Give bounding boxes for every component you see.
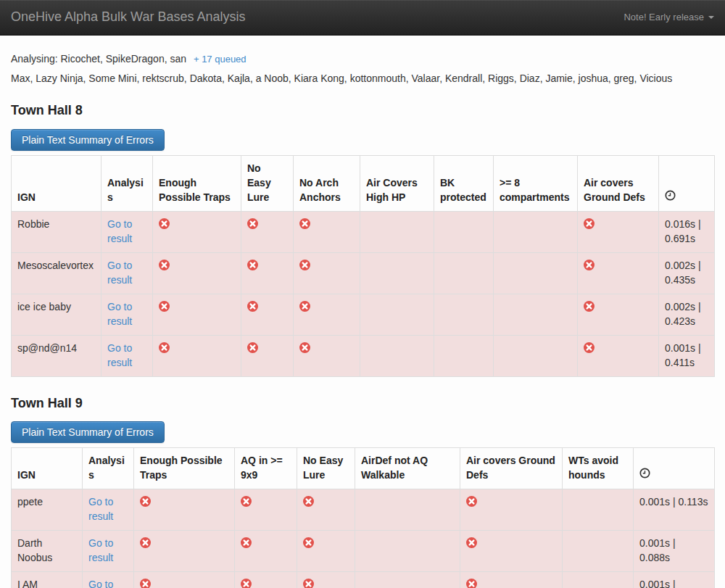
check-cell-2 <box>297 572 355 588</box>
go-to-result-link[interactable]: Go to result <box>107 342 132 368</box>
check-cell-5 <box>563 572 634 588</box>
clock-icon <box>665 190 676 201</box>
column-header-ign: IGN <box>12 155 102 211</box>
check-cell-5 <box>494 294 578 335</box>
error-icon <box>241 579 252 588</box>
check-cell-1 <box>235 572 297 588</box>
check-cell-6 <box>578 335 659 376</box>
go-to-result-link[interactable]: Go to result <box>88 537 113 563</box>
check-cell-4 <box>460 489 563 531</box>
check-cell-4 <box>460 572 563 588</box>
check-cell-3 <box>355 489 460 531</box>
error-icon <box>303 537 314 548</box>
analysis-cell: Go to result <box>102 252 153 294</box>
table-row: ppeteGo to result0.001s | 0.113s <box>12 489 715 531</box>
header-row: IGNAnalysisEnough Possible TrapsAQ in >=… <box>12 448 715 489</box>
time-cell: 0.002s | 0.435s <box>659 252 715 294</box>
error-icon <box>584 260 594 270</box>
check-cell-6 <box>578 294 659 335</box>
error-icon <box>140 537 151 548</box>
check-cell-5 <box>563 489 634 531</box>
check-cell-4 <box>434 252 494 294</box>
check-cell-2 <box>294 211 360 252</box>
check-cell-1 <box>241 294 294 335</box>
column-header-check-6: Air covers Ground Defs <box>578 155 659 211</box>
check-cell-0 <box>134 531 235 572</box>
table-row: RobbieGo to result0.016s | 0.691s <box>12 211 715 252</box>
error-icon <box>241 496 252 507</box>
error-icon <box>247 342 258 353</box>
error-icon <box>584 342 594 353</box>
caret-down-icon <box>708 16 714 19</box>
check-cell-0 <box>134 572 235 588</box>
ign-cell: sp@nd@n14 <box>12 335 102 376</box>
plain-text-summary-button-th9[interactable]: Plain Text Summary of Errors <box>11 421 165 443</box>
column-header-check-2: No Easy Lure <box>297 448 355 489</box>
check-cell-3 <box>360 252 434 294</box>
ign-cell: Darth Noobus <box>12 531 83 572</box>
error-icon <box>247 260 258 270</box>
error-icon <box>247 218 258 229</box>
error-icon <box>241 537 252 548</box>
ign-cell: ppete <box>12 489 83 531</box>
error-icon <box>466 537 477 548</box>
check-cell-0 <box>153 294 241 335</box>
check-cell-5 <box>494 335 578 376</box>
go-to-result-link[interactable]: Go to result <box>107 301 132 327</box>
check-cell-0 <box>153 211 241 252</box>
check-cell-0 <box>134 489 235 531</box>
navbar-brand[interactable]: OneHive Alpha Bulk War Bases Analysis <box>11 8 245 27</box>
check-cell-2 <box>294 335 360 376</box>
column-header-ign: IGN <box>12 448 83 489</box>
error-icon <box>159 342 170 353</box>
check-cell-1 <box>241 252 294 294</box>
check-cell-1 <box>235 531 297 572</box>
time-cell: 0.001s | 0.088s <box>634 531 715 572</box>
check-cell-5 <box>494 211 578 252</box>
go-to-result-link[interactable]: Go to result <box>107 218 132 244</box>
error-icon <box>466 579 477 588</box>
check-cell-4 <box>434 294 494 335</box>
go-to-result-link[interactable]: Go to result <box>88 496 113 522</box>
check-cell-0 <box>153 335 241 376</box>
column-header-check-4: BK protected <box>434 155 494 211</box>
check-cell-2 <box>294 252 360 294</box>
check-cell-3 <box>360 335 434 376</box>
column-header-check-3: AirDef not AQ Walkable <box>355 448 460 489</box>
queued-count-link[interactable]: + 17 queued <box>194 54 246 65</box>
analysis-cell: Go to result <box>102 211 153 252</box>
table-row: sp@nd@n14Go to result0.001s | 0.411s <box>12 335 715 376</box>
time-cell: 0.016s | 0.691s <box>659 211 715 252</box>
analysis-cell: Go to result <box>83 531 134 572</box>
error-icon <box>140 496 151 507</box>
error-icon <box>247 301 258 312</box>
go-to-result-link[interactable]: Go to result <box>107 260 132 286</box>
ign-cell: ice ice baby <box>12 294 102 335</box>
check-cell-2 <box>297 531 355 572</box>
check-cell-3 <box>355 572 460 588</box>
check-cell-3 <box>360 211 434 252</box>
plain-text-summary-button-th8[interactable]: Plain Text Summary of Errors <box>11 129 165 151</box>
column-header-check-0: Enough Possible Traps <box>153 155 241 211</box>
check-cell-5 <box>563 531 634 572</box>
ign-cell: I AM SPARTA!!1! <box>12 572 83 588</box>
column-header-check-4: Air covers Ground Defs <box>460 448 563 489</box>
analysing-text: Analysing: Ricochet, SpikeDragon, san <box>11 53 186 65</box>
column-header-check-2: No Arch Anchors <box>294 155 360 211</box>
check-cell-4 <box>434 211 494 252</box>
navbar-dropdown-menu[interactable]: Note! Early release <box>624 11 714 25</box>
check-cell-2 <box>297 489 355 531</box>
check-cell-2 <box>294 294 360 335</box>
column-header-check-0: Enough Possible Traps <box>134 448 235 489</box>
time-cell: 0.002s | 0.423s <box>659 294 715 335</box>
error-table-th8: IGNAnalysisEnough Possible TrapsNo Easy … <box>11 155 715 377</box>
go-to-result-link[interactable]: Go to result <box>88 579 113 588</box>
check-cell-3 <box>360 294 434 335</box>
check-cell-5 <box>494 252 578 294</box>
check-cell-1 <box>235 489 297 531</box>
error-icon <box>466 496 477 507</box>
analysis-cell: Go to result <box>102 294 153 335</box>
column-header-time <box>659 155 715 211</box>
error-icon <box>584 301 594 312</box>
error-icon <box>299 260 310 270</box>
